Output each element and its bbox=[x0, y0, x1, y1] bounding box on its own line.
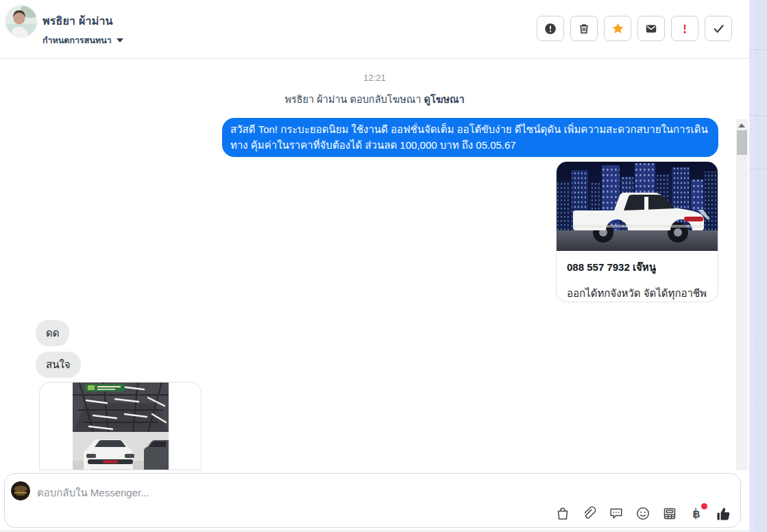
payment-baht-icon[interactable]: B bbox=[688, 505, 705, 522]
scrollbar-up-arrow[interactable] bbox=[738, 123, 745, 128]
chat-scrollbar[interactable] bbox=[736, 119, 748, 470]
contact-avatar-image bbox=[5, 5, 37, 37]
ad-card[interactable]: 088 557 7932 เจ๊หนู ออกได้ทกจังหวัด จัดไ… bbox=[556, 161, 718, 302]
trash-icon bbox=[578, 23, 590, 35]
like-icon[interactable] bbox=[715, 505, 731, 522]
reply-input[interactable]: ตอบกลับใน Messenger... bbox=[37, 485, 727, 501]
page-avatar bbox=[11, 481, 30, 500]
incoming-message-bubble: สนใจ bbox=[36, 352, 81, 378]
scrollbar-thumb[interactable] bbox=[737, 130, 747, 155]
message-thread: 12:21 พรธิยา ผ้าม่าน ตอบกลับโฆษณา ดูโฆษณ… bbox=[0, 59, 749, 470]
message-timestamp: 12:21 bbox=[0, 73, 749, 83]
flag-important-icon bbox=[679, 23, 691, 35]
attachment-icon[interactable] bbox=[581, 505, 598, 522]
ad-reply-text: พรธิยา ผ้าม่าน ตอบกลับโฆษณา bbox=[284, 94, 424, 105]
incoming-message-bubble: ดด bbox=[36, 320, 69, 346]
svg-text:B: B bbox=[693, 508, 701, 520]
ad-card-body: 088 557 7932 เจ๊หนู ออกได้ทกจังหวัด จัดไ… bbox=[557, 251, 718, 302]
mark-done-button[interactable] bbox=[705, 16, 732, 41]
page-avatar-image bbox=[11, 481, 30, 500]
conversation-actions bbox=[537, 16, 732, 41]
star-icon bbox=[611, 22, 624, 35]
mark-unread-button[interactable] bbox=[637, 16, 665, 41]
contact-identity: พรธิยา ผ้าม่าน กำหนดการสนทนา bbox=[42, 12, 123, 47]
saved-reply-icon[interactable] bbox=[608, 505, 624, 522]
reply-composer[interactable]: ตอบกลับใน Messenger... bbox=[4, 473, 741, 528]
contact-avatar bbox=[5, 5, 37, 37]
shopping-bag-icon[interactable] bbox=[555, 505, 571, 522]
flag-important-button[interactable] bbox=[671, 16, 698, 41]
report-button[interactable] bbox=[537, 16, 564, 41]
incoming-photo-message[interactable] bbox=[39, 382, 202, 470]
invoice-icon[interactable] bbox=[661, 505, 678, 522]
composer-toolbar: B bbox=[555, 505, 731, 522]
page-bottom-divider bbox=[0, 531, 749, 531]
ad-card-truck-image bbox=[557, 162, 718, 251]
ad-reply-context: พรธิยา ผ้าม่าน ตอบกลับโฆษณา ดูโฆษณา bbox=[0, 91, 749, 107]
contact-name: พรธิยา ผ้าม่าน bbox=[42, 12, 123, 29]
outgoing-message-bubble: สวัสดี Ton! กระบะยอดนิยม ใช้งานดี ออฟชั่… bbox=[222, 118, 718, 157]
notification-badge bbox=[701, 503, 707, 509]
chevron-down-icon bbox=[117, 38, 123, 43]
mark-done-icon bbox=[712, 22, 725, 35]
right-edge-panel bbox=[749, 0, 767, 532]
conversation-header: พรธิยา ผ้าม่าน กำหนดการสนทนา bbox=[0, 0, 749, 59]
emoji-icon[interactable] bbox=[635, 505, 651, 522]
star-button[interactable] bbox=[604, 16, 631, 41]
schedule-conversation-dropdown[interactable]: กำหนดการสนทนา bbox=[42, 34, 123, 47]
mark-unread-icon bbox=[645, 23, 657, 35]
inbox-conversation-pane: พรธิยา ผ้าม่าน กำหนดการสนทนา bbox=[0, 0, 749, 532]
delete-button[interactable] bbox=[570, 16, 598, 41]
ad-card-title: 088 557 7932 เจ๊หนู bbox=[567, 259, 707, 276]
ad-card-subtitle: ออกได้ทกจังหวัด จัดได้ทุกอาชีพ bbox=[567, 285, 707, 302]
view-ad-link[interactable]: ดูโฆษณา bbox=[424, 94, 464, 105]
report-icon bbox=[544, 23, 557, 35]
showroom-photo bbox=[73, 383, 169, 470]
schedule-conversation-label: กำหนดการสนทนา bbox=[42, 34, 112, 47]
